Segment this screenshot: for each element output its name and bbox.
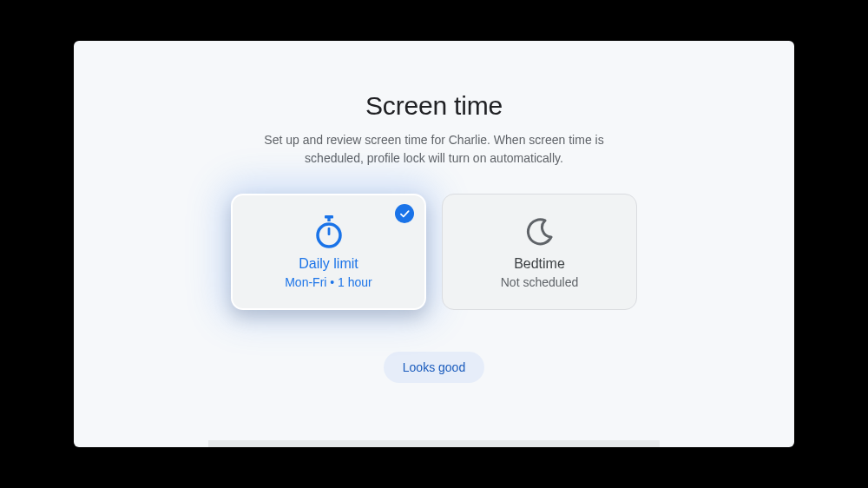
- stopwatch-icon: [313, 214, 345, 249]
- svg-rect-0: [325, 215, 333, 219]
- daily-limit-sub: Mon-Fri • 1 hour: [285, 275, 372, 289]
- daily-limit-card[interactable]: Daily limit Mon-Fri • 1 hour: [231, 194, 426, 310]
- settings-screen: Screen time Set up and review screen tim…: [74, 41, 794, 447]
- page-title: Screen time: [365, 91, 503, 121]
- bedtime-title: Bedtime: [514, 256, 565, 272]
- check-icon: [395, 204, 414, 223]
- svg-rect-3: [327, 228, 330, 235]
- looks-good-button[interactable]: Looks good: [384, 352, 484, 383]
- svg-rect-1: [327, 218, 330, 221]
- page-subtitle: Set up and review screen time for Charli…: [247, 131, 621, 168]
- bottom-shadow-bar: [208, 440, 660, 447]
- daily-limit-title: Daily limit: [299, 256, 358, 272]
- bedtime-card[interactable]: Bedtime Not scheduled: [442, 194, 637, 310]
- bedtime-sub: Not scheduled: [501, 275, 579, 289]
- cards-row: Daily limit Mon-Fri • 1 hour Bedtime Not…: [231, 194, 637, 310]
- moon-icon: [524, 214, 556, 249]
